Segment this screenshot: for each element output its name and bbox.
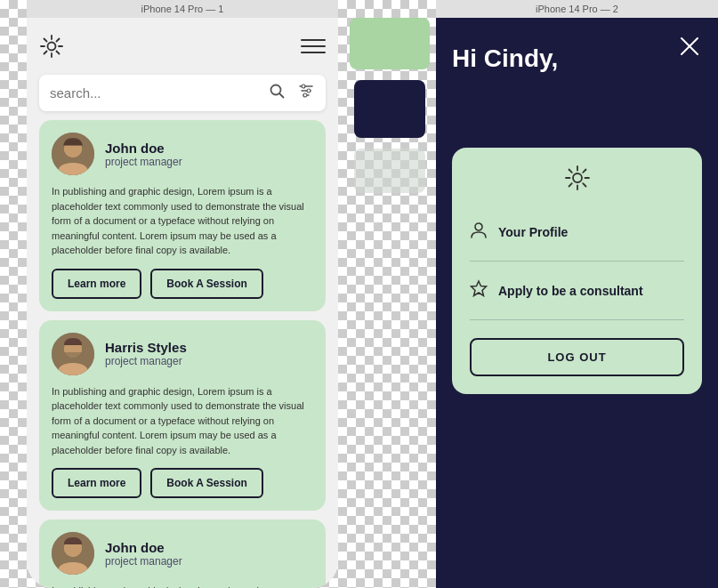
image-dark	[354, 80, 425, 138]
card-role-3: project manager	[105, 555, 182, 568]
menu-divider	[470, 261, 684, 262]
svg-line-7	[57, 39, 60, 42]
menu-sun-icon	[470, 165, 684, 196]
apply-consultant-item[interactable]: Apply to be a consultant	[470, 276, 684, 305]
card-body-1: In publishing and graphic design, Lorem …	[52, 184, 313, 258]
hamburger-menu-icon[interactable]	[301, 34, 326, 59]
menu-card: Your Profile Apply to be a consultant LO…	[452, 148, 702, 394]
svg-marker-38	[472, 281, 487, 296]
image-green	[350, 18, 430, 69]
card-info-3: John doe project manager	[105, 540, 182, 568]
avatar-2	[52, 333, 94, 375]
learn-more-button-2[interactable]: Learn more	[52, 468, 141, 498]
card-role-1: project manager	[105, 156, 182, 168]
card-name-3: John doe	[105, 540, 182, 555]
card-header-2: Harris Styles project manager	[52, 333, 313, 375]
apply-consultant-label: Apply to be a consultant	[498, 284, 643, 298]
avatar-1	[52, 133, 94, 175]
image-strip	[343, 18, 436, 193]
phone1-label: iPhone 14 Pro — 1	[27, 0, 338, 18]
filter-icon[interactable]	[297, 82, 315, 104]
book-session-button-2[interactable]: Book A Session	[150, 468, 262, 498]
svg-line-33	[569, 170, 571, 173]
svg-line-35	[583, 170, 585, 173]
sun-icon	[39, 34, 64, 59]
svg-point-37	[475, 223, 482, 230]
svg-point-14	[302, 85, 305, 88]
greeting-text: Hi Cindy,	[452, 44, 702, 73]
card-info-1: John doe project manager	[105, 141, 182, 168]
card-role-2: project manager	[105, 355, 187, 367]
search-input[interactable]	[50, 85, 262, 101]
search-bar	[39, 75, 326, 111]
svg-point-16	[303, 93, 307, 97]
svg-point-0	[48, 43, 56, 51]
profile-icon	[470, 221, 488, 243]
phone-2: iPhone 14 Pro — 2 Hi Cindy,	[436, 0, 718, 588]
svg-line-10	[280, 94, 284, 98]
svg-line-8	[44, 52, 47, 54]
svg-line-6	[57, 52, 60, 54]
book-session-button-1[interactable]: Book A Session	[150, 269, 262, 299]
close-button[interactable]	[675, 32, 704, 60]
card-actions-2: Learn more Book A Session	[52, 468, 313, 498]
svg-point-9	[271, 85, 281, 95]
card-name-1: John doe	[105, 141, 182, 156]
learn-more-button-1[interactable]: Learn more	[52, 269, 141, 299]
menu-divider-2	[470, 319, 684, 320]
star-icon	[470, 279, 488, 302]
card-header-3: John doe project manager	[52, 532, 313, 575]
phone-1: iPhone 14 Pro — 1	[27, 0, 338, 588]
image-light	[354, 149, 425, 193]
avatar-3	[52, 532, 94, 575]
profile-card-2: Harris Styles project manager In publish…	[39, 320, 326, 511]
top-bar	[39, 27, 326, 66]
svg-line-5	[44, 39, 47, 42]
card-body-3: In publishing and graphic design, Lorem …	[52, 584, 313, 588]
card-header-1: John doe project manager	[52, 133, 313, 175]
phone1-content: John doe project manager In publishing a…	[27, 18, 338, 588]
card-name-2: Harris Styles	[105, 340, 187, 355]
svg-point-15	[307, 89, 311, 93]
phone2-content: Hi Cindy,	[436, 18, 718, 588]
card-info-2: Harris Styles project manager	[105, 340, 187, 367]
profile-card-1: John doe project manager In publishing a…	[39, 120, 326, 311]
svg-line-34	[583, 183, 585, 186]
card-body-2: In publishing and graphic design, Lorem …	[52, 384, 313, 458]
svg-line-36	[569, 183, 571, 186]
svg-point-28	[573, 173, 582, 182]
your-profile-item[interactable]: Your Profile	[470, 217, 684, 246]
your-profile-label: Your Profile	[498, 225, 568, 239]
card-actions-1: Learn more Book A Session	[52, 269, 313, 299]
logout-button[interactable]: LOG OUT	[470, 338, 684, 376]
profile-card-3: John doe project manager In publishing a…	[39, 520, 326, 588]
phone2-label: iPhone 14 Pro — 2	[436, 0, 718, 18]
search-icon[interactable]	[269, 83, 285, 103]
